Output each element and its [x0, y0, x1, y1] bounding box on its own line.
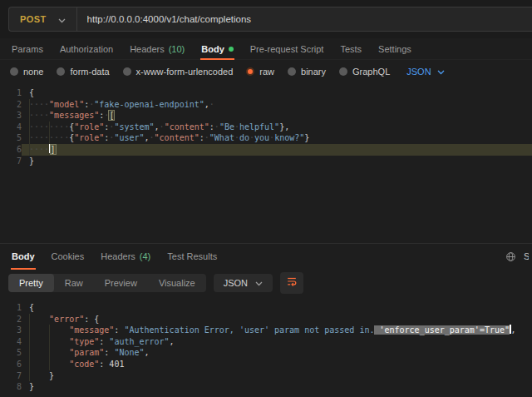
- response-body-editor[interactable]: 1{2 "error": {3 "message": "Authenticati…: [0, 298, 532, 397]
- body-mode-graphql[interactable]: GraphQL: [339, 67, 390, 77]
- body-mode-none[interactable]: none: [10, 67, 43, 77]
- response-language-label: JSON: [224, 278, 248, 288]
- code-text: "message": "Authentication Error, 'user'…: [22, 325, 532, 336]
- tab-label: Test Results: [167, 251, 217, 261]
- globe-icon[interactable]: [505, 251, 516, 262]
- code-line[interactable]: 5········{"role":·"user",·"content":·"Wh…: [0, 132, 532, 144]
- indent-guide: [49, 325, 50, 336]
- token: you: [254, 133, 269, 142]
- request-tab-params[interactable]: Params: [3, 38, 52, 59]
- code-text: ····"messages":·[: [22, 110, 532, 122]
- code-line[interactable]: 1{: [0, 87, 532, 99]
- code-text: ····]: [22, 144, 532, 156]
- indent-guide: [29, 110, 30, 122]
- request-body-editor[interactable]: 1{2····"model":·"fake-openai-endpoint",·…: [0, 83, 532, 243]
- token: "type": [69, 337, 99, 346]
- request-tab-pre-request-script[interactable]: Pre-request Script: [242, 38, 332, 59]
- code-line[interactable]: 2 "error": {: [0, 314, 532, 325]
- code-text: "param": "None",: [22, 347, 532, 359]
- indent-guide: [29, 314, 30, 325]
- indent-guide: [29, 370, 30, 382]
- indent-guide: [49, 336, 50, 348]
- code-line[interactable]: 2····"model":·"fake-openai-endpoint",·: [0, 99, 532, 111]
- url-input[interactable]: [77, 14, 532, 24]
- token: }: [304, 133, 309, 142]
- body-mode-x-www-form-urlencoded[interactable]: x-www-form-urlencoded: [123, 67, 234, 77]
- tab-label: Cookies: [52, 251, 85, 261]
- token: }: [29, 156, 34, 166]
- code-text: "error": {: [22, 314, 532, 325]
- tab-label: Body: [201, 44, 224, 54]
- line-number: 5: [0, 347, 22, 359]
- token: "param": [69, 348, 104, 357]
- method-selector[interactable]: POST: [9, 7, 76, 31]
- code-line[interactable]: 6 "code": 401: [0, 359, 532, 370]
- code-line[interactable]: 3 "message": "Authentication Error, 'use…: [0, 325, 532, 336]
- request-tab-tests[interactable]: Tests: [332, 38, 370, 59]
- line-number: 7: [0, 370, 22, 382]
- code-line[interactable]: 3····"messages":·[: [0, 110, 532, 122]
- token: "role": [74, 122, 104, 132]
- request-tab-headers[interactable]: Headers(10): [121, 38, 193, 59]
- response-tab-body[interactable]: Body: [3, 244, 43, 269]
- view-mode-visualize[interactable]: Visualize: [148, 274, 206, 292]
- wrap-text-button[interactable]: [280, 272, 303, 294]
- radio-icon: [339, 67, 347, 76]
- indent-guide: [29, 325, 30, 336]
- code-text: ········{"role":·"system",·"content":·"B…: [22, 122, 532, 133]
- line-number: 2: [0, 314, 22, 325]
- code-line[interactable]: 4········{"role":·"system",·"content":·"…: [0, 122, 532, 133]
- request-tab-body[interactable]: Body: [193, 38, 242, 59]
- request-tab-settings[interactable]: Settings: [370, 38, 420, 59]
- body-mode-binary[interactable]: binary: [288, 67, 326, 77]
- token: ····: [29, 145, 49, 154]
- code-line[interactable]: 6····]: [0, 144, 532, 156]
- request-url-row: POST: [0, 0, 532, 38]
- body-mode-raw[interactable]: raw: [246, 67, 274, 77]
- code-line[interactable]: 1{: [0, 302, 532, 314]
- code-text: {: [22, 87, 532, 99]
- indent-guide: [49, 347, 50, 359]
- token: ····: [29, 111, 49, 120]
- code-line[interactable]: 8}: [0, 381, 532, 393]
- token: "code": [69, 360, 99, 369]
- code-text: "type": "auth_error",: [22, 336, 532, 348]
- token: "None": [114, 348, 144, 357]
- token: "content": [165, 122, 209, 132]
- code-text: }: [22, 381, 532, 393]
- tab-label: Params: [12, 44, 43, 54]
- token: "messages": [49, 111, 99, 120]
- token: know?": [274, 133, 304, 142]
- request-tabs: ParamsAuthorizationHeaders(10)BodyPre-re…: [0, 38, 532, 60]
- view-mode-pretty[interactable]: Pretty: [8, 274, 54, 292]
- view-mode-raw[interactable]: Raw: [54, 274, 94, 292]
- token: },: [279, 122, 289, 132]
- token: [: [109, 111, 114, 120]
- code-line[interactable]: 7 }: [0, 370, 532, 382]
- token: do: [239, 133, 249, 142]
- request-language-select[interactable]: JSON: [406, 67, 444, 77]
- response-tab-headers[interactable]: Headers(4): [92, 244, 159, 269]
- line-number: 5: [0, 132, 22, 144]
- response-tab-test-results[interactable]: Test Results: [159, 244, 225, 269]
- response-tabs: BodyCookiesHeaders(4)Test ResultsS: [0, 244, 532, 269]
- radio-icon: [288, 67, 296, 76]
- response-language-select[interactable]: JSON: [214, 274, 273, 292]
- body-mode-row: noneform-datax-www-form-urlencodedrawbin…: [0, 60, 532, 83]
- code-line[interactable]: 7}: [0, 156, 532, 167]
- token: {: [29, 303, 34, 312]
- token: "model": [49, 100, 84, 109]
- request-tab-authorization[interactable]: Authorization: [52, 38, 121, 59]
- indent-guide: [29, 144, 30, 156]
- view-mode-preview[interactable]: Preview: [94, 274, 148, 292]
- indent-guide: [29, 122, 30, 133]
- code-line[interactable]: 4 "type": "auth_error",: [0, 336, 532, 348]
- indent-guide: [49, 359, 50, 370]
- line-number: 6: [0, 144, 22, 156]
- response-tab-cookies[interactable]: Cookies: [43, 244, 93, 269]
- body-mode-form-data[interactable]: form-data: [57, 67, 109, 77]
- body-mode-label: none: [23, 67, 43, 77]
- chevron-down-icon: [437, 67, 445, 77]
- body-mode-label: form-data: [70, 67, 109, 77]
- code-line[interactable]: 5 "param": "None",: [0, 347, 532, 359]
